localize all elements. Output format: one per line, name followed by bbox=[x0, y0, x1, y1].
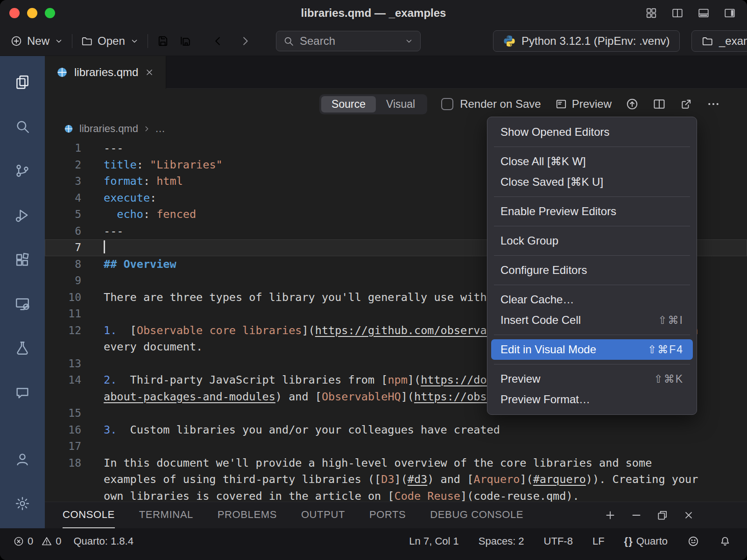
source-visual-toggle: Source Visual bbox=[319, 94, 427, 114]
line-number: 16 bbox=[45, 422, 81, 439]
line-number bbox=[45, 471, 81, 488]
cursor-position[interactable]: Ln 7, Col 1 bbox=[409, 535, 458, 547]
close-tab-icon[interactable] bbox=[144, 67, 155, 77]
open-button[interactable]: Open bbox=[81, 35, 139, 48]
split-layout-icon[interactable] bbox=[671, 7, 684, 19]
open-in-new-window-icon[interactable] bbox=[680, 98, 693, 111]
language-mode[interactable]: {} Quarto bbox=[624, 535, 668, 547]
editor-line[interactable]: own libraries is covered in the article … bbox=[45, 488, 747, 502]
code-text: 3. Custom libraries you and/or your coll… bbox=[104, 422, 747, 439]
panel-tab-ports[interactable]: PORTS bbox=[369, 502, 406, 528]
interpreter-label: Python 3.12.1 (PipEnv: .venv) bbox=[521, 35, 670, 48]
eol-setting[interactable]: LF bbox=[592, 535, 605, 547]
activity-run-debug-button[interactable] bbox=[0, 193, 45, 237]
new-button[interactable]: New bbox=[10, 35, 63, 48]
line-number: 18 bbox=[45, 455, 81, 472]
menu-separator bbox=[494, 255, 690, 256]
folder-icon bbox=[701, 35, 713, 47]
notifications-bell-icon[interactable] bbox=[719, 535, 731, 547]
menu-item-show-opened-editors[interactable]: Show Opened Editors bbox=[491, 122, 693, 142]
source-mode-button[interactable]: Source bbox=[321, 96, 376, 112]
chevron-down-icon bbox=[54, 36, 63, 46]
chat-icon bbox=[14, 385, 30, 400]
render-on-save-checkbox[interactable] bbox=[441, 98, 453, 110]
line-number: 12 bbox=[45, 322, 81, 339]
save-all-icon[interactable] bbox=[179, 35, 192, 48]
app-window: libraries.qmd — _examples New Open Searc… bbox=[0, 0, 747, 560]
split-editor-icon[interactable] bbox=[653, 98, 666, 111]
warning-count: 0 bbox=[56, 535, 61, 547]
account-icon bbox=[14, 451, 30, 467]
activity-settings-button[interactable] bbox=[0, 481, 45, 525]
menu-item-configure-editors[interactable]: Configure Editors bbox=[491, 260, 693, 280]
close-window-button[interactable] bbox=[9, 8, 20, 18]
breadcrumb-more[interactable]: … bbox=[155, 123, 165, 135]
more-actions-icon[interactable] bbox=[707, 98, 720, 111]
indentation-setting[interactable]: Spaces: 2 bbox=[479, 535, 524, 547]
publish-icon[interactable] bbox=[626, 98, 639, 111]
save-icon[interactable] bbox=[156, 35, 169, 48]
activity-chat-button[interactable] bbox=[0, 370, 45, 414]
search-icon bbox=[14, 119, 30, 134]
menu-shortcut: ⇧⌘K bbox=[654, 373, 684, 385]
activity-source-control-button[interactable] bbox=[0, 148, 45, 193]
activity-account-button[interactable] bbox=[0, 437, 45, 481]
interpreter-selector[interactable]: Python 3.12.1 (PipEnv: .venv) bbox=[493, 30, 680, 52]
panel-restore-icon[interactable] bbox=[656, 509, 669, 521]
activity-explorer-button[interactable] bbox=[0, 60, 45, 104]
line-number: 6 bbox=[45, 223, 81, 240]
toggle-panel-icon[interactable] bbox=[698, 7, 710, 19]
problems-indicator[interactable]: 0 0 bbox=[13, 535, 62, 547]
navigate-forward-icon[interactable] bbox=[239, 35, 252, 48]
toggle-secondary-sidebar-icon[interactable] bbox=[724, 7, 736, 19]
menu-item-close-all-k-w[interactable]: Close All [⌘K W] bbox=[491, 151, 693, 172]
editor-line[interactable]: 17 bbox=[45, 438, 747, 455]
editor-line[interactable]: 18In this document we'll provide a high-… bbox=[45, 455, 747, 472]
quarto-file-icon bbox=[63, 124, 74, 134]
panel-tab-debug-console[interactable]: DEBUG CONSOLE bbox=[430, 502, 523, 528]
navigate-back-icon[interactable] bbox=[211, 35, 225, 48]
menu-item-preview[interactable]: Preview⇧⌘K bbox=[491, 369, 693, 389]
editor-line[interactable]: 163. Custom libraries you and/or your co… bbox=[45, 422, 747, 439]
menu-item-edit-in-visual-mode[interactable]: Edit in Visual Mode⇧⌘F4 bbox=[491, 339, 693, 360]
panel-close-icon[interactable] bbox=[683, 509, 695, 521]
encoding-setting[interactable]: UTF-8 bbox=[544, 535, 573, 547]
folder-icon bbox=[81, 35, 93, 47]
panel-minimize-icon[interactable] bbox=[630, 509, 642, 521]
tab-libraries-qmd[interactable]: libraries.qmd bbox=[45, 56, 166, 89]
sessions-icon bbox=[14, 296, 30, 312]
activity-extensions-button[interactable] bbox=[0, 237, 45, 281]
menu-item-enable-preview-editors[interactable]: Enable Preview Editors bbox=[491, 201, 693, 222]
panel-tab-console[interactable]: CONSOLE bbox=[63, 502, 115, 528]
titlebar: libraries.qmd — _examples bbox=[0, 0, 747, 26]
workspace-label: _examples bbox=[719, 35, 747, 48]
activity-sessions-button[interactable] bbox=[0, 281, 45, 326]
feedback-smiley-icon[interactable] bbox=[687, 535, 699, 547]
panel-tab-output[interactable]: OUTPUT bbox=[301, 502, 345, 528]
activity-testing-button[interactable] bbox=[0, 326, 45, 370]
panel-tab-terminal[interactable]: TERMINAL bbox=[139, 502, 193, 528]
toolbar-divider bbox=[72, 34, 72, 48]
menu-item-lock-group[interactable]: Lock Group bbox=[491, 231, 693, 251]
workspace-selector[interactable]: _examples bbox=[691, 30, 747, 52]
editor-line[interactable]: examples of using third-party libraries … bbox=[45, 471, 747, 488]
panel-add-icon[interactable] bbox=[604, 509, 616, 521]
customize-layout-icon[interactable] bbox=[645, 7, 657, 19]
preview-button[interactable]: Preview bbox=[555, 98, 612, 111]
activity-bar bbox=[0, 56, 45, 528]
chevron-down-icon bbox=[130, 36, 139, 46]
activity-search-button[interactable] bbox=[0, 104, 45, 148]
breadcrumb-file[interactable]: libraries.qmd bbox=[79, 123, 138, 135]
search-input[interactable]: Search bbox=[276, 31, 421, 51]
line-number: 9 bbox=[45, 273, 81, 289]
panel-tab-problems[interactable]: PROBLEMS bbox=[218, 502, 277, 528]
menu-separator bbox=[494, 285, 690, 285]
menu-item-clear-cache[interactable]: Clear Cache… bbox=[491, 289, 693, 310]
zoom-window-button[interactable] bbox=[45, 8, 55, 18]
menu-item-close-saved-k-u[interactable]: Close Saved [⌘K U] bbox=[491, 172, 693, 192]
menu-item-preview-format[interactable]: Preview Format… bbox=[491, 389, 693, 410]
visual-mode-button[interactable]: Visual bbox=[376, 96, 425, 112]
menu-item-insert-code-cell[interactable]: Insert Code Cell⇧⌘I bbox=[491, 310, 693, 330]
quarto-version[interactable]: Quarto: 1.8.4 bbox=[74, 535, 134, 547]
minimize-window-button[interactable] bbox=[27, 8, 37, 18]
